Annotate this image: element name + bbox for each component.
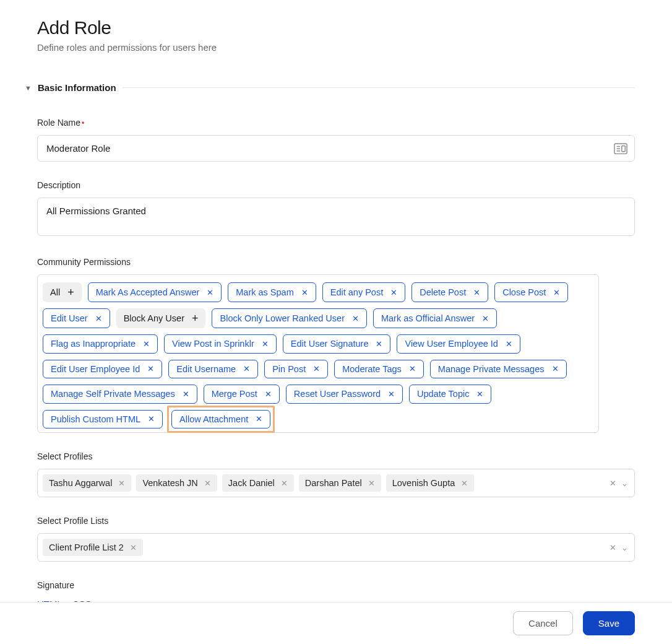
chip-label: Close Post: [502, 288, 546, 297]
tag-label: Tashu Aggarwal: [49, 478, 112, 488]
select-profiles-input[interactable]: Tashu Aggarwal✕Venkatesh JN✕Jack Daniel✕…: [37, 469, 635, 497]
close-icon[interactable]: ✕: [368, 479, 375, 488]
close-icon[interactable]: ✕: [265, 390, 272, 398]
permission-chip[interactable]: Reset User Password✕: [286, 385, 403, 404]
chevron-down-icon[interactable]: ⌄: [621, 479, 628, 488]
chip-label: Edit Username: [176, 365, 236, 374]
close-icon[interactable]: ✕: [409, 365, 416, 373]
chevron-down-icon: ▼: [25, 84, 32, 92]
section-title: Basic Information: [38, 82, 116, 93]
cancel-button[interactable]: Cancel: [513, 611, 573, 635]
chip-label: All: [50, 288, 60, 297]
permission-chip[interactable]: Edit User Signature✕: [283, 334, 391, 354]
permission-chip[interactable]: View User Employee Id✕: [397, 334, 520, 354]
card-icon[interactable]: [614, 143, 627, 154]
chip-label: Mark As Accepted Answer: [96, 288, 200, 297]
permission-chip[interactable]: Block Any User+: [116, 308, 206, 328]
plus-icon[interactable]: +: [67, 287, 74, 298]
close-icon[interactable]: ✕: [476, 390, 483, 398]
permission-chip[interactable]: Close Post✕: [494, 282, 568, 302]
close-icon[interactable]: ✕: [482, 315, 489, 323]
clear-icon[interactable]: ✕: [610, 543, 616, 552]
close-icon[interactable]: ✕: [473, 289, 480, 297]
permission-chip[interactable]: Manage Private Messages✕: [430, 360, 567, 379]
close-icon[interactable]: ✕: [204, 479, 211, 488]
close-icon[interactable]: ✕: [281, 479, 288, 488]
clear-icon[interactable]: ✕: [610, 479, 616, 488]
tag-label: Venkatesh JN: [142, 478, 197, 488]
chip-label: Edit User Employee Id: [51, 365, 140, 374]
permission-chip[interactable]: Edit any Post✕: [322, 282, 405, 302]
tag-label: Darshan Patel: [305, 478, 362, 488]
close-icon[interactable]: ✕: [207, 289, 213, 297]
chip-label: Mark as Official Answer: [381, 314, 475, 323]
permission-chip[interactable]: Mark as Spam✕: [228, 282, 316, 302]
permission-chip[interactable]: Moderate Tags✕: [334, 360, 424, 379]
close-icon[interactable]: ✕: [243, 365, 250, 373]
section-basic-information[interactable]: ▼ Basic Information: [25, 82, 635, 93]
community-permissions-box[interactable]: All+Mark As Accepted Answer✕Mark as Spam…: [37, 274, 599, 433]
select-profile-lists-label: Select Profile Lists: [37, 516, 635, 526]
profile-tag[interactable]: Lovenish Gupta✕: [386, 474, 475, 492]
chip-label: Allow Attachment: [179, 415, 248, 424]
close-icon[interactable]: ✕: [118, 479, 125, 488]
chevron-down-icon[interactable]: ⌄: [621, 543, 628, 552]
profile-tag[interactable]: Jack Daniel✕: [222, 474, 294, 492]
close-icon[interactable]: ✕: [301, 289, 308, 297]
close-icon[interactable]: ✕: [506, 340, 512, 348]
save-button[interactable]: Save: [583, 611, 635, 635]
close-icon[interactable]: ✕: [553, 289, 560, 297]
community-permissions-label: Community Permissions: [37, 257, 635, 267]
close-icon[interactable]: ✕: [313, 365, 320, 373]
profile-tag[interactable]: Venkatesh JN✕: [136, 474, 217, 492]
close-icon[interactable]: ✕: [461, 479, 468, 488]
permission-chip[interactable]: Mark as Official Answer✕: [373, 308, 497, 328]
required-indicator: •: [82, 119, 84, 128]
role-name-input[interactable]: [37, 135, 635, 162]
chip-label: Update Topic: [417, 389, 469, 399]
permission-chip[interactable]: Publish Custom HTML✕: [43, 410, 163, 429]
permission-chip[interactable]: Edit Username✕: [168, 360, 258, 379]
chip-label: View User Employee Id: [405, 339, 498, 349]
close-icon[interactable]: ✕: [352, 315, 359, 323]
close-icon[interactable]: ✕: [262, 340, 269, 348]
permission-chip[interactable]: All+: [43, 282, 82, 302]
permission-chip[interactable]: Flag as Inappropriate✕: [43, 334, 158, 354]
close-icon[interactable]: ✕: [147, 365, 154, 373]
permission-chip[interactable]: Manage Self Private Messages✕: [43, 385, 197, 404]
chip-label: Merge Post: [212, 389, 257, 399]
permission-chip[interactable]: Edit User Employee Id✕: [43, 360, 162, 379]
profile-tag[interactable]: Darshan Patel✕: [299, 474, 381, 492]
plus-icon[interactable]: +: [192, 313, 199, 324]
permission-chip[interactable]: Merge Post✕: [204, 385, 280, 404]
close-icon[interactable]: ✕: [376, 340, 382, 348]
close-icon[interactable]: ✕: [143, 340, 150, 348]
close-icon[interactable]: ✕: [95, 315, 102, 323]
permission-chip[interactable]: Update Topic✕: [409, 385, 491, 404]
svg-rect-4: [622, 146, 625, 151]
close-icon[interactable]: ✕: [256, 415, 262, 423]
permission-chip[interactable]: Mark As Accepted Answer✕: [88, 282, 222, 302]
permission-chip[interactable]: Allow Attachment✕: [171, 410, 270, 429]
permission-chip[interactable]: Block Only Lower Ranked User✕: [212, 308, 366, 328]
chip-label: Pin Post: [272, 365, 306, 374]
profile-tag[interactable]: Client Profile List 2✕: [43, 539, 143, 556]
chip-label: Manage Private Messages: [438, 365, 545, 374]
close-icon[interactable]: ✕: [183, 390, 189, 398]
select-profile-lists-input[interactable]: Client Profile List 2✕ ✕ ⌄: [37, 533, 635, 562]
close-icon[interactable]: ✕: [148, 415, 155, 423]
chip-label: Flag as Inappropriate: [51, 339, 136, 349]
close-icon[interactable]: ✕: [388, 390, 395, 398]
description-input[interactable]: [37, 198, 635, 236]
permission-chip[interactable]: View Post in Sprinklr✕: [164, 334, 277, 354]
close-icon[interactable]: ✕: [552, 365, 559, 373]
signature-label: Signature: [37, 580, 635, 590]
close-icon[interactable]: ✕: [390, 289, 397, 297]
permission-chip[interactable]: Delete Post✕: [411, 282, 488, 302]
profile-tag[interactable]: Tashu Aggarwal✕: [43, 474, 131, 492]
permission-chip[interactable]: Edit User✕: [43, 308, 110, 328]
chip-label: Moderate Tags: [342, 365, 402, 374]
close-icon[interactable]: ✕: [130, 543, 137, 552]
chip-label: Delete Post: [420, 288, 466, 297]
permission-chip[interactable]: Pin Post✕: [264, 360, 328, 379]
